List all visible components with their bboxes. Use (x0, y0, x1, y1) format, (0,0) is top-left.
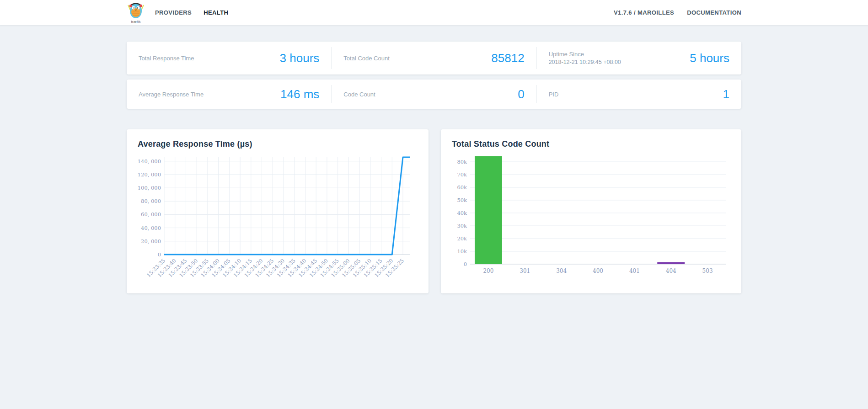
navbar-right: V1.7.6 / MAROILLES DOCUMENTATION (601, 9, 741, 16)
charts-row: Average Response Time (µs) 020, 00040, 0… (127, 129, 741, 293)
svg-text:60k: 60k (457, 184, 467, 191)
stat-label: Code Count (343, 91, 375, 98)
stat-value: 85812 (491, 51, 524, 65)
svg-text:10k: 10k (457, 248, 467, 255)
navbar-inner: træfik PROVIDERS HEALTH V1.7.6 / MAROILL… (127, 0, 741, 25)
chart-title-response-time: Average Response Time (µs) (138, 139, 418, 149)
svg-text:40k: 40k (457, 210, 467, 216)
main-content: Total Response Time 3 hours Total Code C… (127, 42, 741, 293)
stat-code-count: Code Count 0 (331, 85, 536, 103)
svg-text:0: 0 (158, 251, 161, 258)
response-time-chart-card: Average Response Time (µs) 020, 00040, 0… (127, 129, 429, 293)
stats-card-row1: Total Response Time 3 hours Total Code C… (127, 42, 741, 74)
traefik-logo[interactable]: træfik (127, 2, 145, 24)
stat-total-code-count: Total Code Count 85812 (331, 47, 536, 69)
traefik-logo-text: træfik (131, 20, 140, 24)
stat-value: 0 (518, 87, 524, 101)
svg-text:30k: 30k (457, 223, 467, 229)
stat-average-response-time: Average Response Time 146 ms (127, 85, 331, 103)
stat-label: Total Response Time (139, 55, 194, 62)
status-code-chart-card: Total Status Code Count 010k20k30k40k50k… (441, 129, 741, 293)
svg-text:400: 400 (593, 268, 603, 274)
svg-text:401: 401 (629, 268, 640, 274)
chart-title-status-code: Total Status Code Count (452, 139, 730, 149)
svg-text:50k: 50k (457, 197, 467, 203)
stat-total-response-time: Total Response Time 3 hours (127, 47, 331, 69)
response-time-line-chart: 020, 00040, 00060, 00080, 000100, 000120… (138, 152, 418, 291)
svg-text:20k: 20k (457, 235, 467, 242)
svg-text:140, 000: 140, 000 (138, 158, 161, 165)
stat-label-group: Uptime Since 2018-12-21 10:29:45 +08:00 (549, 51, 621, 65)
svg-text:20, 000: 20, 000 (141, 238, 161, 244)
stat-value: 146 ms (280, 87, 319, 101)
traefik-mascot-icon (127, 2, 145, 21)
stat-sublabel: 2018-12-21 10:29:45 +08:00 (549, 59, 621, 65)
svg-text:301: 301 (520, 268, 530, 274)
stat-uptime-since: Uptime Since 2018-12-21 10:29:45 +08:00 … (536, 47, 741, 69)
svg-text:40, 000: 40, 000 (141, 225, 161, 231)
nav-link-health[interactable]: HEALTH (204, 9, 228, 16)
stat-label: Average Response Time (139, 91, 204, 98)
top-navbar: træfik PROVIDERS HEALTH V1.7.6 / MAROILL… (0, 0, 868, 26)
stat-label: Uptime Since (549, 51, 621, 58)
svg-text:0: 0 (464, 261, 467, 267)
svg-text:70k: 70k (457, 171, 467, 178)
status-code-bar-chart: 010k20k30k40k50k60k70k80k200301304400401… (452, 152, 730, 289)
stat-label: PID (549, 91, 559, 98)
stats-card-row2: Average Response Time 146 ms Code Count … (127, 80, 741, 109)
svg-text:120, 000: 120, 000 (138, 171, 161, 178)
stat-value: 1 (723, 87, 729, 101)
nav-link-version[interactable]: V1.7.6 / MAROILLES (614, 9, 674, 16)
svg-text:80, 000: 80, 000 (141, 198, 161, 204)
stat-label: Total Code Count (343, 55, 389, 62)
nav-link-documentation[interactable]: DOCUMENTATION (687, 9, 741, 16)
svg-text:80k: 80k (457, 159, 467, 165)
stat-pid: PID 1 (536, 85, 741, 103)
svg-text:100, 000: 100, 000 (138, 185, 161, 191)
svg-text:404: 404 (666, 268, 676, 274)
svg-text:200: 200 (483, 268, 493, 274)
svg-text:503: 503 (702, 268, 713, 274)
svg-text:60, 000: 60, 000 (141, 211, 161, 218)
stat-value: 3 hours (280, 51, 320, 65)
svg-text:304: 304 (556, 268, 567, 274)
nav-link-providers[interactable]: PROVIDERS (155, 9, 192, 16)
stat-value: 5 hours (690, 51, 729, 65)
